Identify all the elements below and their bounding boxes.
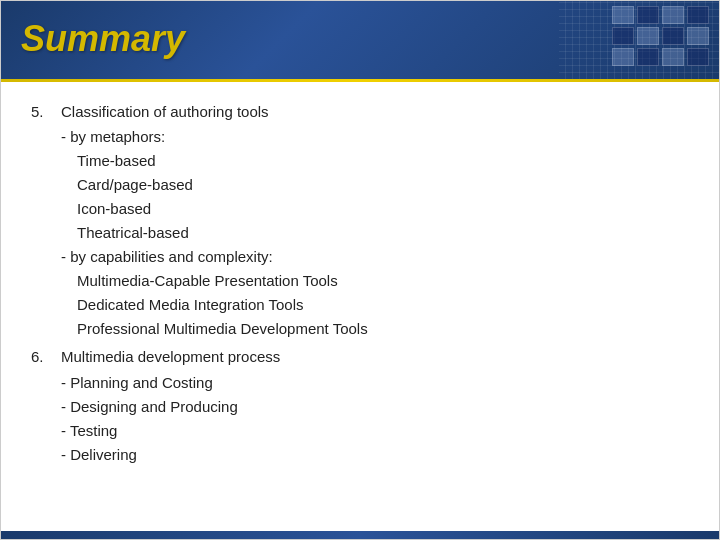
header-decoration (612, 6, 709, 66)
sub-items-5: - by metaphors: Time-based Card/page-bas… (61, 125, 689, 341)
list-item: 5. Classification of authoring tools - b… (31, 100, 689, 341)
deco-cell-9 (612, 48, 634, 66)
sub-item-5-6: Multimedia-Capable Presentation Tools (61, 269, 689, 293)
deco-cell-2 (637, 6, 659, 24)
slide-title: Summary (21, 18, 185, 60)
deco-cell-12 (687, 48, 709, 66)
sub-item-6-3: - Delivering (61, 443, 689, 467)
item-label-6: Multimedia development process (61, 345, 280, 368)
sub-item-5-2: Card/page-based (61, 173, 689, 197)
sub-item-5-4: Theatrical-based (61, 221, 689, 245)
sub-item-5-3: Icon-based (61, 197, 689, 221)
deco-cell-1 (612, 6, 634, 24)
deco-cell-8 (687, 27, 709, 45)
sub-item-6-2: - Testing (61, 419, 689, 443)
main-item-6: 6. Multimedia development process (31, 345, 689, 368)
sub-item-5-1: Time-based (61, 149, 689, 173)
main-item-5: 5. Classification of authoring tools (31, 100, 689, 123)
deco-cell-5 (612, 27, 634, 45)
item-number-6: 6. (31, 345, 61, 368)
sub-item-5-8: Professional Multimedia Development Tool… (61, 317, 689, 341)
bottom-bar (1, 531, 719, 539)
item-number-5: 5. (31, 100, 61, 123)
item-label-5: Classification of authoring tools (61, 100, 269, 123)
sub-item-5-7: Dedicated Media Integration Tools (61, 293, 689, 317)
sub-item-6-1: - Designing and Producing (61, 395, 689, 419)
sub-item-5-5: - by capabilities and complexity: (61, 245, 689, 269)
slide-content: 5. Classification of authoring tools - b… (1, 82, 719, 531)
deco-cell-6 (637, 27, 659, 45)
deco-cell-11 (662, 48, 684, 66)
slide: Summary 5. Classification of authoring t… (0, 0, 720, 540)
deco-cell-10 (637, 48, 659, 66)
deco-cell-7 (662, 27, 684, 45)
sub-item-5-0: - by metaphors: (61, 125, 689, 149)
sub-item-6-0: - Planning and Costing (61, 371, 689, 395)
list-item: 6. Multimedia development process - Plan… (31, 345, 689, 466)
slide-header: Summary (1, 1, 719, 79)
content-list: 5. Classification of authoring tools - b… (31, 100, 689, 467)
deco-cell-4 (687, 6, 709, 24)
deco-cell-3 (662, 6, 684, 24)
sub-items-6: - Planning and Costing - Designing and P… (61, 371, 689, 467)
